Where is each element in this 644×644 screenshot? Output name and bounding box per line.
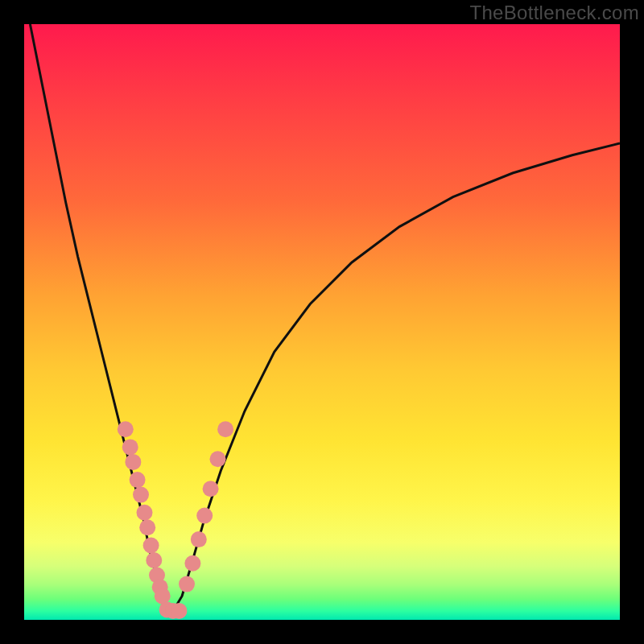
data-dot xyxy=(210,451,226,467)
data-dot xyxy=(191,531,207,547)
data-dot xyxy=(125,454,141,470)
data-dot xyxy=(143,538,159,554)
chart-frame: TheBottleneck.com xyxy=(0,0,644,644)
data-dot xyxy=(203,481,219,497)
data-dot xyxy=(137,505,153,521)
data-dot xyxy=(146,552,162,568)
curve-svg xyxy=(24,24,620,620)
data-dot xyxy=(130,472,146,488)
data-dot xyxy=(155,588,171,604)
data-dot xyxy=(184,555,200,572)
data-dot xyxy=(133,487,149,503)
bottleneck-plot xyxy=(24,24,620,620)
data-dot xyxy=(139,519,155,535)
dot-cluster-group xyxy=(118,421,233,619)
data-dot xyxy=(217,421,233,437)
watermark-text: TheBottleneck.com xyxy=(469,2,639,24)
data-dot xyxy=(179,576,195,592)
data-dot xyxy=(122,439,138,455)
data-dot xyxy=(196,508,213,524)
data-dot xyxy=(171,603,187,619)
right-branch-path xyxy=(167,143,620,617)
data-dot xyxy=(118,421,134,437)
